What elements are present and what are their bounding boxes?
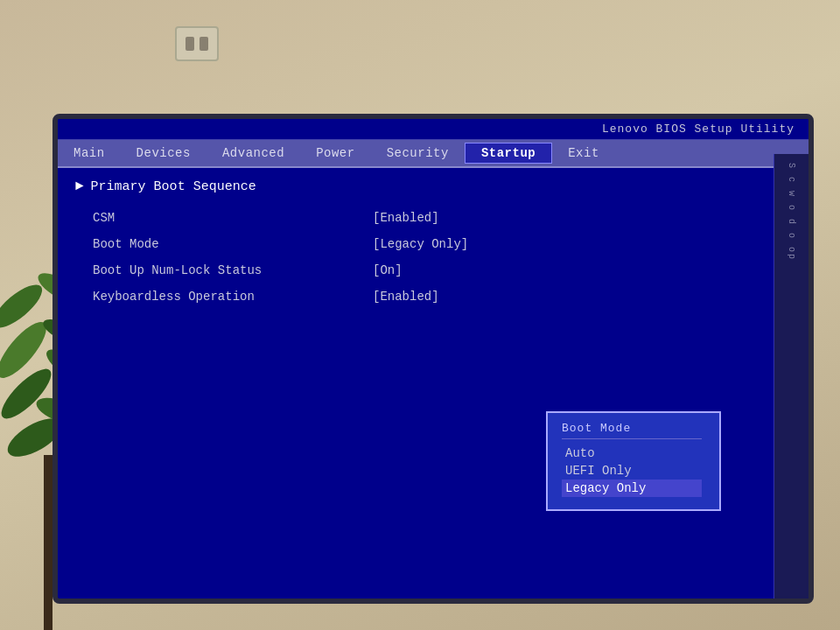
boot-mode-dropdown[interactable]: Boot Mode Auto UEFI Only Legacy Only (546, 411, 721, 511)
dropdown-option-legacy[interactable]: Legacy Only (562, 480, 702, 497)
setting-row-boot-mode[interactable]: Boot Mode [Legacy Only] (75, 237, 791, 251)
setting-row-keyboardless: Keyboardless Operation [Enabled] (75, 290, 791, 304)
right-hint-panel: S c w o d o op (774, 154, 808, 598)
bios-screen: Lenovo BIOS Setup Utility Main Devices A… (58, 119, 808, 598)
right-panel-text: S c w o d o op (787, 163, 796, 261)
wall-outlet (175, 26, 219, 61)
menu-item-security[interactable]: Security (371, 144, 465, 163)
svg-rect-0 (44, 455, 52, 630)
dropdown-option-auto[interactable]: Auto (562, 444, 702, 462)
setting-row-csm: CSM [Enabled] (75, 211, 791, 225)
setting-name-boot-mode: Boot Mode (93, 237, 373, 251)
section-arrow: ► (75, 178, 84, 194)
setting-value-keyboardless: [Enabled] (373, 290, 439, 304)
outlet-hole-left (186, 37, 194, 51)
menu-bar: Main Devices Advanced Power Security Sta… (58, 140, 808, 168)
setting-name-csm: CSM (93, 211, 373, 225)
setting-value-numlock: [On] (373, 263, 402, 277)
section-title: Primary Boot Sequence (91, 179, 256, 194)
menu-item-exit[interactable]: Exit (552, 144, 615, 163)
setting-value-boot-mode: [Legacy Only] (373, 237, 468, 251)
app-title: Lenovo BIOS Setup Utility (602, 122, 794, 136)
section-header: ► Primary Boot Sequence (75, 178, 791, 194)
setting-value-csm: [Enabled] (373, 211, 439, 225)
menu-item-devices[interactable]: Devices (121, 144, 206, 163)
content-area: ► Primary Boot Sequence CSM [Enabled] Bo… (58, 168, 808, 598)
menu-item-startup[interactable]: Startup (465, 143, 552, 164)
dropdown-title: Boot Mode (562, 422, 702, 439)
dropdown-option-uefi[interactable]: UEFI Only (562, 462, 702, 480)
setting-name-numlock: Boot Up Num-Lock Status (93, 263, 373, 277)
title-bar: Lenovo BIOS Setup Utility (58, 119, 808, 140)
setting-row-numlock: Boot Up Num-Lock Status [On] (75, 263, 791, 277)
menu-item-main[interactable]: Main (58, 144, 121, 163)
setting-name-keyboardless: Keyboardless Operation (93, 290, 373, 304)
outlet-hole-right (200, 37, 208, 51)
menu-item-advanced[interactable]: Advanced (206, 144, 300, 163)
menu-item-power[interactable]: Power (300, 144, 371, 163)
monitor: Lenovo BIOS Setup Utility Main Devices A… (52, 114, 814, 604)
